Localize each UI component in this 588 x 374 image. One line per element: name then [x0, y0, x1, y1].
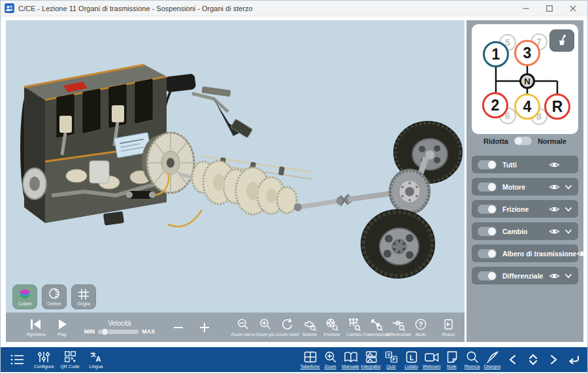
gear-pattern-card: 5 7 6 8 1 3 2 4 R N: [472, 24, 578, 134]
visibility-icon[interactable]: [549, 272, 560, 280]
zoom-reset-icon: [281, 318, 294, 331]
layer-list: Tutti Motore Frizione Cambio: [472, 156, 578, 289]
layer-toggle[interactable]: [478, 227, 497, 236]
chevron-down-icon[interactable]: [564, 273, 572, 279]
return-button[interactable]: [563, 354, 583, 365]
ricerca-button[interactable]: Ricerca: [462, 350, 482, 369]
speed-slider[interactable]: [98, 330, 139, 334]
zoom-out-icon: [237, 318, 250, 331]
toggle-knob: [488, 183, 496, 191]
colore-button[interactable]: Colore: [12, 284, 37, 309]
chevron-down-icon[interactable]: [564, 184, 572, 190]
quiz-button[interactable]: V F Quiz: [381, 350, 401, 369]
next-button[interactable]: [543, 354, 563, 365]
visibility-icon[interactable]: [549, 183, 560, 191]
gear-neutral[interactable]: N: [519, 73, 535, 89]
speed-min-label: MIN: [84, 328, 95, 335]
layer-toggle[interactable]: [478, 205, 497, 214]
tb-label: Note: [447, 364, 457, 369]
cb-label: Riduci: [442, 332, 454, 337]
ombre-button[interactable]: Ombre: [42, 284, 67, 309]
zoom-differenziale-button[interactable]: Differenziale: [387, 318, 410, 337]
cb-label: Zoom meno: [231, 332, 255, 337]
driveshaft-zoom-icon: [370, 318, 383, 331]
engine-zoom-icon: [303, 318, 316, 331]
chevron-down-icon[interactable]: [564, 207, 572, 212]
webcam-button[interactable]: Webcam: [421, 350, 442, 369]
zoom-cambio-button[interactable]: Cambio: [343, 318, 365, 337]
quiz-vf-icon: V F: [384, 350, 399, 364]
layer-row-cambio: Cambio: [472, 222, 578, 240]
media-stack-icon: [364, 350, 378, 364]
maximize-icon: [546, 5, 553, 12]
minimize-button[interactable]: [514, 1, 538, 16]
svg-text:V: V: [387, 352, 390, 357]
qr-code-button[interactable]: QR Code: [57, 350, 83, 369]
griglia-button[interactable]: Griglia: [71, 284, 96, 309]
manuale-button[interactable]: Manuale: [340, 350, 361, 369]
svg-text:L: L: [409, 354, 413, 362]
layer-toggle[interactable]: [478, 182, 497, 192]
zoom-frizione-button[interactable]: Frizione: [321, 318, 343, 337]
webcam-icon: [424, 350, 440, 364]
ridotta-label: Ridotta: [483, 137, 508, 145]
speed-slider-knob[interactable]: [101, 328, 108, 335]
layer-toggle[interactable]: [478, 249, 497, 258]
gear-2[interactable]: 2: [482, 92, 508, 118]
lingua-button[interactable]: A Lingua: [83, 350, 109, 369]
visibility-icon[interactable]: [549, 205, 560, 213]
configura-button[interactable]: Configura: [31, 350, 57, 369]
layer-row-frizione: Frizione: [472, 200, 578, 218]
search-icon: [465, 350, 480, 364]
layer-toggle[interactable]: [478, 160, 497, 169]
listato-button[interactable]: L Listato: [401, 350, 421, 369]
speed-title: Velocità: [108, 320, 131, 327]
play-icon: [54, 318, 70, 331]
toggle-knob: [488, 250, 496, 258]
tb-label: Ricerca: [465, 364, 480, 369]
riduci-button[interactable]: Riduci: [436, 318, 461, 337]
zoom-trasmissione-button[interactable]: Trasmissione: [365, 318, 387, 337]
gear-r[interactable]: R: [544, 94, 570, 120]
view-tools: Colore Ombre Griglia: [12, 284, 96, 309]
gear-1[interactable]: 1: [483, 41, 509, 67]
visibility-icon[interactable]: [549, 228, 560, 235]
gear-mode-row: Ridotta Normale: [466, 137, 583, 145]
expand-collapse-button[interactable]: [523, 354, 543, 366]
help-icon: ?: [414, 318, 427, 331]
visibility-icon[interactable]: [576, 250, 587, 258]
3d-viewport[interactable]: Colore Ombre Griglia: [6, 20, 465, 313]
visibility-icon[interactable]: [549, 161, 560, 169]
zoom-meno-button[interactable]: Zoom meno: [232, 318, 254, 337]
tabellone-button[interactable]: Tabellone: [300, 350, 320, 369]
shift-lever-button[interactable]: [549, 29, 574, 52]
chevron-down-icon[interactable]: [564, 229, 572, 234]
zoom-motore-button[interactable]: Motore: [299, 318, 321, 337]
previous-button[interactable]: [502, 354, 523, 365]
speed-minus-button[interactable]: [169, 320, 188, 335]
disegno-button[interactable]: Disegno: [482, 350, 502, 369]
book-icon: [344, 350, 358, 364]
zoom-reset-button[interactable]: Zoom reset: [276, 318, 299, 337]
play-button[interactable]: Play: [50, 318, 74, 337]
return-arrow-icon: [567, 354, 580, 365]
zoom-piu-button[interactable]: Zoom più: [254, 318, 276, 337]
integrativi-button[interactable]: Integrativi: [361, 350, 381, 369]
toggle-knob: [488, 205, 496, 213]
note-button[interactable]: Note: [442, 350, 462, 369]
3d-model-scene[interactable]: [6, 20, 465, 313]
close-button[interactable]: [561, 1, 585, 16]
layer-toggle[interactable]: [478, 271, 497, 280]
gear-3[interactable]: 3: [514, 40, 540, 66]
tool-label: Ombre: [47, 301, 61, 306]
ripristina-button[interactable]: Ripristina: [22, 318, 50, 337]
zoom-tool-button[interactable]: Zoom: [320, 350, 340, 369]
menu-button[interactable]: [5, 353, 31, 366]
speed-plus-button[interactable]: [195, 320, 214, 335]
differential-zoom-icon: [392, 318, 405, 331]
maximize-button[interactable]: [538, 1, 561, 16]
ridotta-normale-toggle[interactable]: [514, 137, 532, 145]
aiuto-button[interactable]: ? Aiuto: [410, 318, 432, 337]
taskbar-nav: [502, 350, 583, 369]
gear-4[interactable]: 4: [514, 94, 540, 120]
